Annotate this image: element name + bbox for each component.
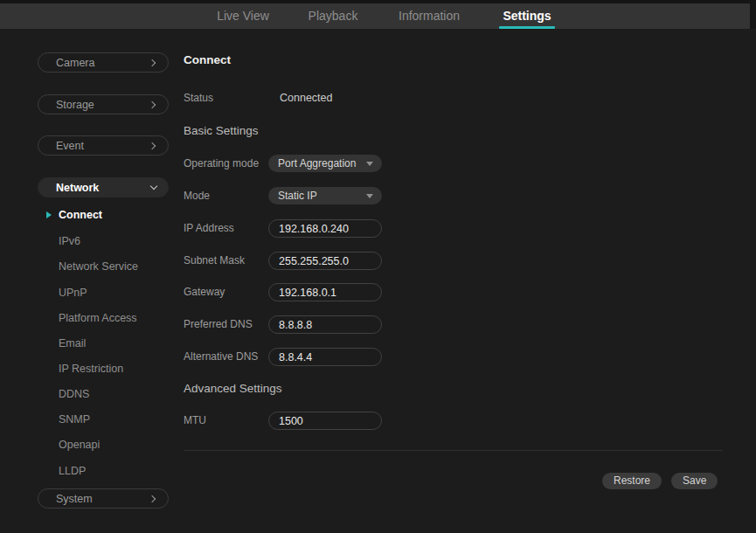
sidebar-group-label: System xyxy=(56,493,93,505)
status-label: Status xyxy=(184,89,213,107)
sidebar-item-ipv6[interactable]: IPv6 xyxy=(59,234,80,248)
sidebar-item-label: Network Service xyxy=(59,260,138,273)
sidebar-item-email[interactable]: Email xyxy=(59,336,86,350)
chevron-right-icon xyxy=(149,142,156,149)
sidebar-group-label: Network xyxy=(56,182,99,194)
sidebar-item-snmp[interactable]: SNMP xyxy=(59,412,90,426)
section-title-advanced-settings: Advanced Settings xyxy=(184,382,282,395)
sidebar-item-label: LLDP xyxy=(59,465,86,477)
alternative-dns-field[interactable] xyxy=(268,348,382,366)
operating-mode-select[interactable]: Port Aggregation xyxy=(268,155,382,172)
settings-page: Live View Playback Information Settings … xyxy=(0,0,756,533)
section-title-connect: Connect xyxy=(184,53,231,66)
restore-button[interactable]: Restore xyxy=(602,473,662,489)
mtu-field[interactable] xyxy=(268,412,382,430)
chevron-right-icon xyxy=(149,100,156,107)
status-value: Connected xyxy=(280,89,332,107)
sidebar-group-camera[interactable]: Camera xyxy=(38,52,169,73)
active-item-arrow-icon xyxy=(46,211,52,218)
section-title-basic-settings: Basic Settings xyxy=(184,124,259,137)
sidebar-item-label: Email xyxy=(59,337,86,350)
sidebar-item-label: DDNS xyxy=(59,388,89,400)
sidebar-item-label: Openapi xyxy=(59,439,100,451)
section-divider xyxy=(184,450,723,451)
sidebar-item-platform-access[interactable]: Platform Access xyxy=(59,311,137,325)
sidebar-item-lldp[interactable]: LLDP xyxy=(59,464,86,478)
sidebar-item-label: IP Restriction xyxy=(59,363,123,375)
alternative-dns-label: Alternative DNS xyxy=(184,348,258,365)
chevron-right-icon xyxy=(149,495,156,502)
sidebar-group-label: Storage xyxy=(56,99,94,111)
sidebar-item-connect[interactable]: Connect xyxy=(59,208,102,222)
sidebar-item-label: IPv6 xyxy=(59,235,80,247)
save-button[interactable]: Save xyxy=(671,473,718,489)
sidebar-item-network-service[interactable]: Network Service xyxy=(59,260,138,273)
mtu-label: MTU xyxy=(184,412,206,429)
sidebar-item-label: Connect xyxy=(59,209,102,221)
gateway-label: Gateway xyxy=(184,283,225,301)
dropdown-caret-icon xyxy=(366,162,373,166)
preferred-dns-field[interactable] xyxy=(268,315,382,334)
connect-settings-panel: Connect Status Connected Basic Settings … xyxy=(184,0,756,533)
sidebar-item-openapi[interactable]: Openapi xyxy=(59,438,100,452)
sidebar-group-storage[interactable]: Storage xyxy=(38,94,169,114)
ip-address-field[interactable] xyxy=(268,219,382,238)
subnet-mask-label: Subnet Mask xyxy=(184,252,245,269)
sidebar-group-system[interactable]: System xyxy=(38,488,169,509)
subnet-mask-field[interactable] xyxy=(268,252,382,270)
sidebar-group-network[interactable]: Network xyxy=(38,177,169,197)
chevron-down-icon xyxy=(150,183,157,190)
dropdown-caret-icon xyxy=(366,194,373,198)
preferred-dns-label: Preferred DNS xyxy=(184,315,253,333)
sidebar-item-label: SNMP xyxy=(59,413,90,426)
sidebar-item-ddns[interactable]: DDNS xyxy=(59,387,89,401)
ip-address-label: IP Address xyxy=(184,219,234,237)
sidebar-group-label: Camera xyxy=(56,57,94,69)
operating-mode-label: Operating mode xyxy=(184,155,259,172)
sidebar-item-label: Platform Access xyxy=(59,312,137,324)
mode-select[interactable]: Static IP xyxy=(268,187,382,204)
sidebar-item-upnp[interactable]: UPnP xyxy=(59,286,87,300)
mode-value: Static IP xyxy=(278,190,317,202)
chevron-right-icon xyxy=(149,59,156,66)
sidebar-item-ip-restriction[interactable]: IP Restriction xyxy=(59,362,123,376)
mode-label: Mode xyxy=(184,187,210,204)
operating-mode-value: Port Aggregation xyxy=(278,157,356,170)
gateway-field[interactable] xyxy=(268,283,382,301)
sidebar-item-label: UPnP xyxy=(59,287,87,299)
sidebar-group-event[interactable]: Event xyxy=(38,135,169,156)
sidebar-group-label: Event xyxy=(56,140,84,152)
